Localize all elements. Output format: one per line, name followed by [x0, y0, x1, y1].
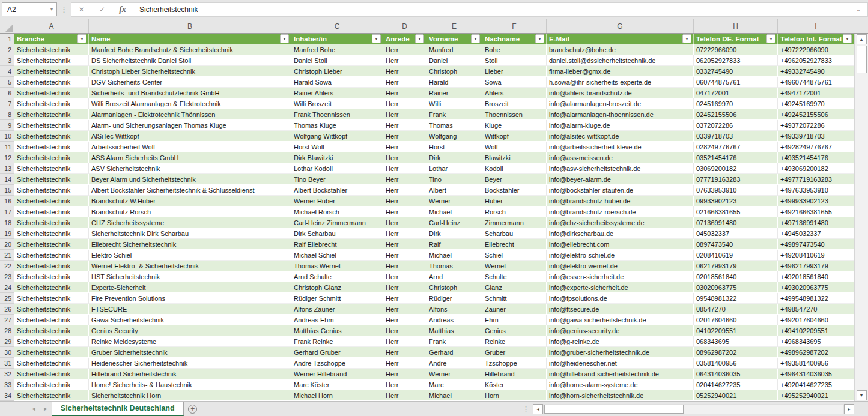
cell[interactable]: Harald Sowa — [291, 77, 383, 88]
cell[interactable]: 0332745490 — [694, 66, 778, 77]
cell[interactable]: Dirk Scharbau — [291, 228, 383, 239]
header-cell-inhaber-in[interactable]: Inhaber/in▼ — [291, 34, 383, 44]
cell[interactable]: Christoph — [426, 66, 482, 77]
cell[interactable]: Reinke — [482, 336, 547, 347]
cell[interactable]: Michael Schiel — [291, 250, 383, 261]
cell[interactable]: Christoph Lieber — [291, 66, 383, 77]
row-number[interactable]: 23 — [0, 271, 14, 282]
cell[interactable]: +497222966090 — [778, 44, 854, 55]
cell[interactable]: Tzschoppe — [482, 358, 547, 369]
cell[interactable]: Thoennissen — [482, 109, 547, 120]
filter-button-icon[interactable]: ▼ — [77, 34, 86, 43]
cell[interactable]: Herr — [383, 217, 426, 228]
cell[interactable]: Andreas Ehm — [291, 315, 383, 325]
cell[interactable]: Frank Thoennissen — [291, 109, 383, 120]
row-number[interactable]: 10 — [0, 131, 14, 142]
cell[interactable]: info@g-reinke.de — [547, 336, 694, 347]
cell[interactable]: +49208410619 — [778, 250, 854, 261]
row-number[interactable]: 31 — [0, 358, 14, 369]
cell[interactable]: Alfons Zauner — [291, 304, 383, 315]
row-number[interactable]: 9 — [0, 120, 14, 131]
cell[interactable]: Willi Broszeit Alarmanlagen & Elektrotec… — [89, 98, 291, 109]
cell[interactable]: 047172001 — [694, 88, 778, 98]
cell[interactable]: Sicherheitstechnik — [14, 336, 89, 347]
cell[interactable]: 07633953910 — [694, 185, 778, 196]
cell[interactable]: Kluge — [482, 120, 547, 131]
cell[interactable]: Horst Wolf — [291, 142, 383, 152]
cell[interactable]: Sicherheitstechnik — [14, 358, 89, 369]
cell[interactable]: Rainer — [426, 88, 482, 98]
cell[interactable]: Beyer Alarm und Sicherheitstechnik — [89, 174, 291, 185]
filter-button-icon[interactable]: ▼ — [471, 34, 480, 43]
cell[interactable]: DS Sicherheitstechnik Daniel Stoll — [89, 55, 291, 66]
cell[interactable]: Gerhard — [426, 347, 482, 358]
cell[interactable]: +4947172001 — [778, 88, 854, 98]
vertical-scrollbar-thumb[interactable] — [857, 46, 867, 73]
cell[interactable]: Blawitzki — [482, 152, 547, 163]
cell[interactable]: info@dirkscharbau.de — [547, 228, 694, 239]
cell[interactable]: Tino — [426, 174, 482, 185]
cell[interactable]: Sicherheitstechnik — [14, 131, 89, 142]
cell[interactable]: Scharbau — [482, 228, 547, 239]
cell[interactable]: Herr — [383, 185, 426, 196]
row-number[interactable]: 24 — [0, 282, 14, 293]
cell[interactable]: Herr — [383, 109, 426, 120]
row-number[interactable]: 27 — [0, 315, 14, 325]
name-box-dropdown-icon[interactable]: ▾ — [47, 7, 56, 12]
cell[interactable]: Herr — [383, 66, 426, 77]
cell[interactable]: DGV Sicherheits-Center — [89, 77, 291, 88]
sheet-nav-left-icon[interactable]: ◄ — [28, 402, 40, 416]
cell[interactable]: info@chz-sicherheitssysteme.de — [547, 217, 694, 228]
cell[interactable]: Herr — [383, 390, 426, 401]
cell[interactable]: Willi Broszeit — [291, 98, 383, 109]
cell[interactable]: AlSiTec Wittkopf — [89, 131, 291, 142]
cell[interactable]: +498547270 — [778, 304, 854, 315]
cell[interactable]: Rainer Ahlers — [291, 88, 383, 98]
cell[interactable]: Elektro Schiel — [89, 250, 291, 261]
scroll-left-button[interactable]: ◄ — [533, 404, 543, 414]
cell[interactable]: Sicherheitstechnik Dirk Scharbau — [89, 228, 291, 239]
cell[interactable]: 062052927833 — [694, 55, 778, 66]
scrollbar-resize-handle[interactable]: ⋮ — [519, 405, 533, 414]
row-number[interactable]: 28 — [0, 325, 14, 336]
cell[interactable]: info@ass-meissen.de — [547, 152, 694, 163]
cell[interactable]: 06217993179 — [694, 261, 778, 271]
cell[interactable]: info@elektro-schiel.de — [547, 250, 694, 261]
cell[interactable]: info@beyer-alarm.de — [547, 174, 694, 185]
cell[interactable]: Bockstahler — [482, 185, 547, 196]
cell[interactable]: Herr — [383, 239, 426, 250]
cell[interactable]: Gawa Sicherheitstechnik — [89, 315, 291, 325]
cell[interactable]: info@bockstahler-staufen.de — [547, 185, 694, 196]
cell[interactable]: Reinke Meldesysteme — [89, 336, 291, 347]
cell[interactable]: Eilebrecht Sicherheitstechnik — [89, 239, 291, 250]
cell[interactable]: Herr — [383, 282, 426, 293]
row-number[interactable]: 11 — [0, 142, 14, 152]
cell[interactable]: Sicherheitstechnik — [14, 369, 89, 379]
name-box[interactable]: A2 ▾ — [2, 2, 57, 16]
cell[interactable]: +49897473540 — [778, 239, 854, 250]
cell[interactable]: Gerhard Gruber — [291, 347, 383, 358]
cell[interactable]: Schiel — [482, 250, 547, 261]
cell[interactable]: info@horn-sicherheitstechnik.de — [547, 390, 694, 401]
cell[interactable]: Herr — [383, 228, 426, 239]
cell[interactable]: Home! Sicherheits- & Haustechnik — [89, 379, 291, 390]
header-cell-e-mail[interactable]: E-Mail▼ — [547, 34, 694, 44]
column-header-G[interactable]: G — [547, 19, 694, 33]
cell[interactable]: +4945032337 — [778, 228, 854, 239]
cell[interactable]: Zauner — [482, 304, 547, 315]
cell[interactable]: info@brandschutz-roersch.de — [547, 206, 694, 217]
formula-input[interactable]: Sicherheitstechnik — [137, 5, 849, 14]
cell[interactable]: Herr — [383, 163, 426, 174]
row-number[interactable]: 17 — [0, 206, 14, 217]
cell[interactable]: Sicherheits- und Brandschutztechnik GmbH — [89, 88, 291, 98]
cell[interactable]: Lothar — [426, 163, 482, 174]
cell[interactable]: Ahlers — [482, 88, 547, 98]
enter-button[interactable]: ✓ — [92, 3, 112, 16]
row-number[interactable]: 14 — [0, 174, 14, 185]
cell[interactable]: 04102209551 — [694, 325, 778, 336]
row-number[interactable]: 29 — [0, 336, 14, 347]
cell[interactable]: Manfred — [426, 44, 482, 55]
cell[interactable]: 0372072286 — [694, 120, 778, 131]
sheet-tab-sicherheitstechnik-deutschland[interactable]: Sicherheitstechnik Deutschland — [52, 402, 184, 416]
cell[interactable]: Sicherheitstechnik — [14, 206, 89, 217]
